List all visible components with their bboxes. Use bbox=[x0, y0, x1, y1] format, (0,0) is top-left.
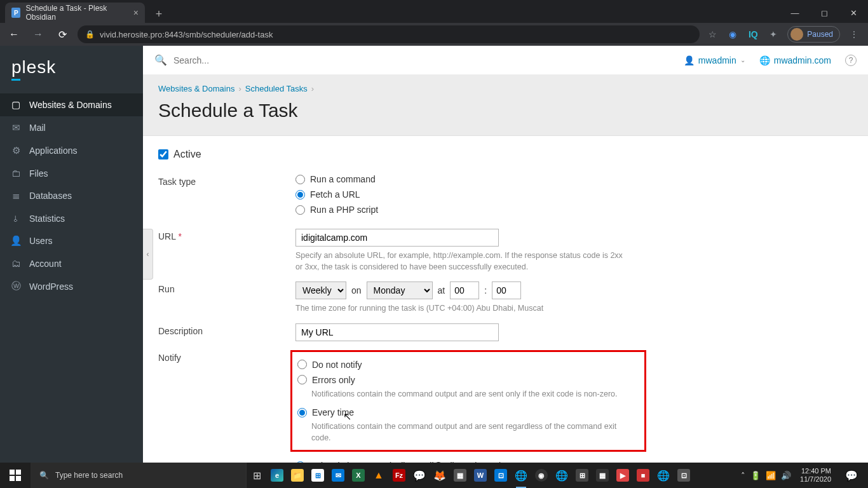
menu-icon[interactable]: ⋮ bbox=[848, 28, 860, 41]
app-generic3[interactable]: ⊞ bbox=[572, 463, 592, 488]
clock-time: 12:40 PM bbox=[800, 467, 831, 475]
tray-up-icon[interactable]: ˄ bbox=[741, 471, 745, 480]
sidebar-item-label: Account bbox=[29, 259, 62, 269]
sidebar-item-databases[interactable]: ≣Databases bbox=[0, 184, 143, 207]
run-hour-input[interactable] bbox=[450, 281, 479, 299]
radio-run-command[interactable] bbox=[295, 175, 305, 184]
search-box[interactable]: 🔍 bbox=[154, 54, 677, 66]
radio-fetch-url[interactable] bbox=[295, 190, 305, 200]
tray-sound-icon[interactable]: 🔊 bbox=[781, 471, 791, 480]
active-checkbox[interactable] bbox=[158, 149, 168, 159]
app-edge[interactable]: e bbox=[267, 463, 287, 488]
task-type-label: Task type bbox=[158, 174, 295, 220]
run-min-input[interactable] bbox=[492, 281, 521, 299]
app-vlc[interactable]: ▲ bbox=[369, 463, 389, 488]
sidebar-item-users[interactable]: 👤Users bbox=[0, 229, 143, 252]
run-at-text: at bbox=[438, 285, 445, 295]
sidebar-item-account[interactable]: 🗂Account bbox=[0, 252, 143, 274]
topbar: 🔍 👤 mwadmin ⌄ 🌐 mwadmin.com ? bbox=[143, 46, 868, 75]
reload-button[interactable]: ⟳ bbox=[53, 25, 71, 43]
app-obs[interactable]: ◉ bbox=[531, 463, 552, 488]
breadcrumb-websites[interactable]: Websites & Domains bbox=[158, 84, 234, 93]
close-tab-icon[interactable]: × bbox=[133, 8, 139, 18]
radio-every-time[interactable] bbox=[297, 408, 307, 417]
domain-link[interactable]: 🌐 mwadmin.com bbox=[759, 55, 831, 65]
breadcrumb-scheduled[interactable]: Scheduled Tasks bbox=[245, 84, 308, 93]
app-generic7[interactable]: ⊡ bbox=[674, 463, 694, 488]
app-store[interactable]: ⊞ bbox=[308, 463, 328, 488]
sidebar-item-websites[interactable]: ▢Websites & Domains bbox=[0, 93, 143, 116]
chevron-right-icon: › bbox=[311, 84, 314, 93]
app-explorer[interactable]: 📁 bbox=[287, 463, 308, 488]
minimize-button[interactable]: ― bbox=[780, 3, 810, 23]
user-menu[interactable]: 👤 mwadmin ⌄ bbox=[684, 55, 745, 65]
start-button[interactable] bbox=[0, 463, 31, 488]
run-day-select[interactable]: Monday bbox=[367, 281, 433, 299]
sidebar-item-wordpress[interactable]: ⓦWordPress bbox=[0, 274, 143, 298]
profile-paused[interactable]: Paused bbox=[787, 26, 840, 43]
help-icon[interactable]: ? bbox=[845, 55, 857, 66]
radio-run-php[interactable] bbox=[295, 205, 305, 215]
app-chrome-active[interactable]: 🌐 bbox=[511, 463, 531, 488]
active-label[interactable]: Active bbox=[173, 149, 201, 160]
sidebar-item-mail[interactable]: ✉Mail bbox=[0, 116, 143, 139]
sidebar-item-applications[interactable]: ⚙Applications bbox=[0, 139, 143, 162]
tray-battery-icon[interactable]: 🔋 bbox=[750, 471, 761, 480]
taskbar-clock[interactable]: 12:40 PM 11/7/2020 bbox=[796, 467, 835, 484]
description-input[interactable] bbox=[295, 323, 499, 341]
app-chat[interactable]: 💬 bbox=[409, 463, 430, 488]
app-generic6[interactable]: ■ bbox=[633, 463, 653, 488]
sidebar-item-statistics[interactable]: ⫰Statistics bbox=[0, 207, 143, 229]
radio-label[interactable]: Every time bbox=[312, 407, 354, 417]
radio-label[interactable]: Errors only bbox=[312, 375, 355, 385]
notifications-button[interactable]: 💬 bbox=[840, 470, 863, 482]
run-period-select[interactable]: Weekly bbox=[295, 281, 346, 299]
folder-icon: 🗀 bbox=[10, 168, 22, 179]
page-title: Schedule a Task bbox=[158, 100, 853, 121]
app-generic5[interactable]: ▶ bbox=[613, 463, 633, 488]
app-word[interactable]: W bbox=[470, 463, 491, 488]
form-area: Active Task type Run a command Fetch a U… bbox=[143, 136, 868, 463]
sidebar-collapse-handle[interactable]: ‹ bbox=[143, 229, 153, 280]
radio-errors-only[interactable] bbox=[297, 375, 307, 384]
omnibox[interactable]: 🔒 vivid.herosite.pro:8443/smb/scheduler/… bbox=[78, 25, 700, 43]
back-button[interactable]: ← bbox=[5, 25, 23, 43]
gear-icon: ⚙ bbox=[10, 145, 22, 156]
notify-label: Notify bbox=[158, 350, 295, 452]
radio-label[interactable]: Fetch a URL bbox=[310, 189, 360, 200]
maximize-button[interactable]: ◻ bbox=[810, 3, 839, 23]
app-chrome3[interactable]: 🌐 bbox=[653, 463, 674, 488]
url-input[interactable] bbox=[295, 229, 499, 247]
radio-no-notify[interactable] bbox=[297, 360, 307, 369]
radio-label[interactable]: Run a command bbox=[310, 174, 376, 184]
browser-tab[interactable]: P Schedule a Task - Plesk Obsidian × bbox=[5, 3, 145, 23]
close-window-button[interactable]: ✕ bbox=[839, 3, 868, 23]
app-firefox[interactable]: 🦊 bbox=[430, 463, 450, 488]
bookmark-icon[interactable]: ☆ bbox=[706, 28, 719, 41]
plesk-logo[interactable]: plesk bbox=[0, 46, 143, 93]
tray-wifi-icon[interactable]: 📶 bbox=[766, 471, 776, 480]
taskbar-search[interactable]: 🔍 Type here to search bbox=[31, 463, 247, 488]
ext-rec-icon[interactable]: ◉ bbox=[726, 28, 739, 41]
app-mail[interactable]: ✉ bbox=[328, 463, 348, 488]
app-filezilla[interactable]: Fz bbox=[389, 463, 409, 488]
radio-label[interactable]: Run a PHP script bbox=[310, 205, 378, 215]
app-excel[interactable]: X bbox=[348, 463, 369, 488]
task-view-button[interactable]: ⊞ bbox=[247, 463, 267, 488]
forward-button: → bbox=[29, 25, 47, 43]
app-generic4[interactable]: ▦ bbox=[592, 463, 613, 488]
ext-iq-icon[interactable]: IQ bbox=[747, 28, 759, 41]
app-chrome2[interactable]: 🌐 bbox=[552, 463, 572, 488]
app-generic2[interactable]: ⊡ bbox=[491, 463, 511, 488]
app-generic1[interactable]: ▦ bbox=[450, 463, 470, 488]
breadcrumb: Websites & Domains › Scheduled Tasks › bbox=[158, 84, 853, 93]
sidebar-item-files[interactable]: 🗀Files bbox=[0, 162, 143, 184]
search-input[interactable] bbox=[173, 55, 364, 65]
extensions-icon[interactable]: ✦ bbox=[767, 28, 780, 41]
radio-label[interactable]: Do not notify bbox=[312, 360, 362, 370]
user-name: mwadmin bbox=[698, 55, 736, 65]
new-tab-button[interactable]: + bbox=[150, 5, 168, 23]
tab-strip: P Schedule a Task - Plesk Obsidian × + ―… bbox=[0, 0, 868, 23]
wordpress-icon: ⓦ bbox=[10, 280, 22, 292]
user-icon: 👤 bbox=[684, 55, 695, 65]
